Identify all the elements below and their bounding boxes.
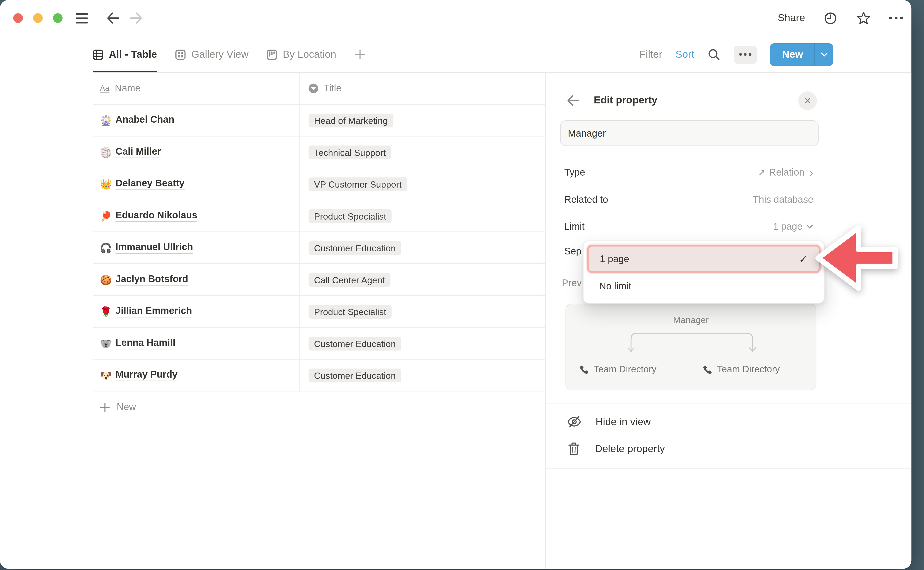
select-tag: Product Specialist: [309, 209, 392, 223]
hide-in-view-button[interactable]: Hide in view: [567, 414, 651, 429]
related-to-value: This database: [753, 194, 813, 205]
table-cell-title[interactable]: Customer Education: [299, 328, 537, 359]
page-link[interactable]: Eduardo Nikolaus: [115, 210, 197, 222]
table-cell-name[interactable]: 🍪 Jaclyn Botsford: [93, 264, 299, 295]
tab-all-table[interactable]: All - Table: [93, 36, 157, 73]
dropdown-option-1-page[interactable]: 1 page ✓: [587, 245, 821, 273]
sort-button[interactable]: Sort: [675, 48, 694, 60]
column-divider: [299, 73, 300, 392]
chevron-down-icon: [806, 224, 813, 229]
table-cell-name[interactable]: 👑 Delaney Beatty: [93, 169, 299, 200]
limit-dropdown: 1 page ✓ No limit: [583, 241, 825, 304]
window-close-button[interactable]: [13, 13, 23, 23]
page-emoji: 🍪: [100, 274, 115, 285]
view-toolbar: All - Table Gallery View By Locatio: [0, 36, 912, 73]
property-name-input[interactable]: Manager: [560, 120, 819, 146]
column-header-name[interactable]: Aa Name: [93, 73, 299, 104]
clipped-label: Prev: [562, 278, 582, 289]
panel-title: Edit property: [594, 95, 657, 107]
select-tag: Call Center Agent: [309, 273, 390, 287]
updates-clock-icon[interactable]: [823, 11, 838, 26]
property-row-related-to: Related to This database: [564, 189, 813, 210]
tab-label: All - Table: [109, 48, 157, 60]
page-link[interactable]: Jaclyn Botsford: [115, 274, 188, 286]
chevron-down-icon: [820, 52, 827, 57]
select-tag: Customer Education: [309, 368, 401, 382]
page-link[interactable]: Jillian Emmerich: [115, 305, 192, 317]
page-emoji: 🎡: [100, 115, 115, 126]
page-emoji: 🐶: [100, 369, 115, 381]
table-cell-name[interactable]: 🏐 Cali Miller: [93, 136, 299, 168]
view-tabs: All - Table Gallery View By Locatio: [93, 36, 366, 73]
check-icon: ✓: [799, 252, 808, 265]
titlebar: Share: [0, 0, 912, 36]
page-emoji: 🎧: [100, 242, 115, 253]
window-minimize-button[interactable]: [33, 13, 43, 23]
property-row-limit: Limit 1 page: [564, 216, 813, 238]
table-cell-title[interactable]: Customer Education: [299, 232, 537, 264]
search-icon[interactable]: [708, 48, 721, 61]
table-cell-title[interactable]: Call Center Agent: [299, 264, 537, 295]
table-cell-title[interactable]: Product Specialist: [299, 200, 537, 231]
tab-by-location[interactable]: By Location: [267, 36, 336, 73]
relation-branch-lines: [566, 304, 817, 391]
page-link[interactable]: Delaney Beatty: [115, 178, 184, 190]
page-link[interactable]: Murray Purdy: [115, 369, 178, 381]
view-settings-button[interactable]: [734, 46, 757, 63]
window-fullscreen-button[interactable]: [53, 13, 63, 23]
new-button-label: New: [770, 43, 814, 66]
close-icon[interactable]: ×: [798, 91, 817, 110]
new-row-button[interactable]: New: [93, 392, 545, 423]
table-cell-name[interactable]: 🐨 Lenna Hamill: [93, 328, 299, 359]
dropdown-option-no-limit[interactable]: No limit: [587, 273, 821, 299]
trash-icon: [567, 441, 581, 457]
page-link[interactable]: Anabel Chan: [115, 114, 174, 126]
back-icon[interactable]: [566, 94, 581, 107]
favorite-star-icon[interactable]: [856, 11, 871, 26]
board-icon: [267, 49, 278, 60]
page-link[interactable]: Immanuel Ullrich: [115, 242, 193, 254]
table-cell-name[interactable]: 🐶 Murray Purdy: [93, 360, 299, 391]
forward-icon[interactable]: [129, 12, 143, 25]
select-tag: VP Customer Support: [309, 177, 407, 191]
add-view-button[interactable]: [354, 49, 366, 60]
phone-icon: [703, 365, 712, 374]
plus-icon: [100, 402, 110, 412]
page-link[interactable]: Lenna Hamill: [115, 337, 175, 349]
share-button[interactable]: Share: [778, 12, 805, 24]
table-cell-title[interactable]: Technical Support: [299, 136, 537, 168]
select-property-icon: [309, 84, 318, 93]
database-table: Aa Name Title 🎡 Anabel Chan Head of Mark…: [93, 73, 545, 423]
type-value[interactable]: ↗ Relation ›: [758, 167, 813, 178]
tab-gallery-view[interactable]: Gallery View: [175, 36, 248, 73]
filter-button[interactable]: Filter: [640, 48, 662, 60]
property-row-type: Type ↗ Relation ›: [564, 162, 813, 184]
back-icon[interactable]: [106, 12, 120, 25]
table-cell-name[interactable]: 🎧 Immanuel Ullrich: [93, 232, 299, 264]
page-emoji: 🏐: [100, 147, 115, 158]
select-tag: Customer Education: [309, 337, 401, 351]
delete-property-button[interactable]: Delete property: [567, 441, 665, 457]
table-row: 🍪 Jaclyn Botsford Call Center Agent: [93, 264, 545, 296]
more-options-icon[interactable]: [889, 17, 903, 19]
column-divider: [537, 73, 537, 392]
table-cell-name[interactable]: 🎡 Anabel Chan: [93, 105, 299, 136]
select-tag: Technical Support: [309, 145, 391, 159]
new-button[interactable]: New: [770, 43, 833, 66]
table-cell-title[interactable]: Product Specialist: [299, 296, 537, 327]
column-header-title[interactable]: Title: [299, 73, 537, 104]
relation-arrow-icon: ↗: [758, 167, 766, 178]
table-cell-name[interactable]: 🌹 Jillian Emmerich: [93, 296, 299, 327]
page-emoji: 🏓: [100, 210, 115, 222]
table-cell-title[interactable]: Customer Education: [299, 360, 537, 391]
sidebar-menu-icon[interactable]: [76, 13, 88, 24]
page-link[interactable]: Cali Miller: [115, 146, 161, 158]
table-row: 🏐 Cali Miller Technical Support: [93, 136, 545, 169]
table-icon: [93, 49, 103, 60]
table-cell-name[interactable]: 🏓 Eduardo Nikolaus: [93, 200, 299, 231]
new-dropdown-button[interactable]: [814, 43, 833, 66]
limit-value[interactable]: 1 page: [773, 221, 813, 232]
table-cell-title[interactable]: VP Customer Support: [299, 169, 537, 200]
table-cell-title[interactable]: Head of Marketing: [299, 105, 537, 136]
tab-label: By Location: [283, 48, 336, 60]
